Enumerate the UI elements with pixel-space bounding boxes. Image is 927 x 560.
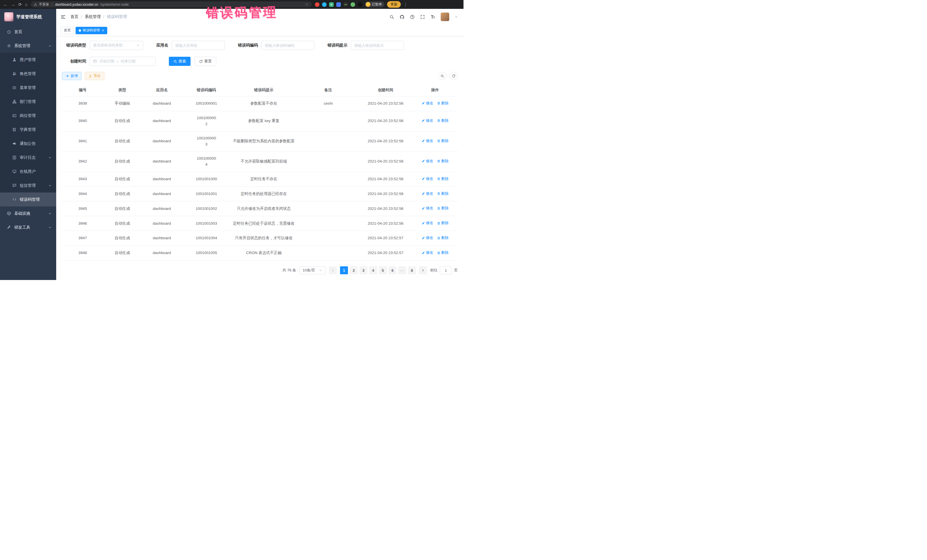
browser-home-button[interactable]: ⌂ [25, 2, 28, 6]
page-button-2[interactable]: 2 [350, 266, 358, 274]
edit-action[interactable]: 修改 [422, 205, 433, 211]
add-button[interactable]: 新增 [62, 72, 82, 80]
edit-action[interactable]: 修改 [422, 220, 433, 226]
edit-action[interactable]: 修改 [422, 250, 433, 255]
extension-grid-icon[interactable] [336, 2, 341, 7]
tab-close-icon[interactable]: × [102, 29, 104, 32]
page-button-5[interactable]: 5 [379, 266, 387, 274]
cell-remark [298, 216, 359, 231]
cell-type: 自动生成 [103, 246, 141, 261]
tab-0[interactable]: 首页 [61, 27, 74, 34]
delete-action[interactable]: 删除 [437, 158, 449, 164]
avatar-caret-icon[interactable] [454, 15, 458, 18]
tab-1[interactable]: 错误码管理× [76, 27, 107, 34]
delete-action[interactable]: 删除 [437, 235, 449, 241]
security-warning-icon: ⚠ [34, 3, 37, 6]
delete-action[interactable]: 删除 [437, 220, 449, 226]
reset-button[interactable]: 重置 [195, 57, 216, 66]
sidebar-item-sms[interactable]: 短信管理 [0, 179, 56, 193]
extension-drop-icon[interactable] [322, 2, 327, 7]
delete-action[interactable]: 删除 [437, 205, 449, 211]
delete-action[interactable]: 删除 [437, 176, 449, 182]
edit-action[interactable]: 修改 [422, 176, 433, 182]
sidebar-item-audit-log[interactable]: 审计日志 [0, 150, 56, 164]
sidebar-item-post[interactable]: 岗位管理 [0, 109, 56, 123]
breadcrumb-item[interactable]: 系统管理 [85, 14, 101, 20]
browser-update-button[interactable]: 更新 [387, 1, 401, 8]
toggle-search-button[interactable] [438, 72, 447, 80]
calendar-icon [93, 59, 97, 63]
extension-vue-devtools-icon[interactable]: V [329, 2, 334, 7]
edit-action[interactable]: 修改 [422, 191, 433, 196]
gear-icon [7, 44, 11, 48]
search-button[interactable]: 搜索 [169, 57, 190, 66]
prev-page-button[interactable] [329, 266, 337, 274]
cell-time: 2021-04-20 23:52:56 [359, 152, 412, 171]
extension-onetab-icon[interactable]: on [343, 2, 348, 7]
delete-action[interactable]: 删除 [437, 250, 449, 255]
pager-ellipsis[interactable]: ··· [398, 266, 406, 274]
sidebar-item-devtools[interactable]: 研发工具 [0, 220, 56, 234]
bookmark-star-icon[interactable]: ☆ [305, 2, 308, 6]
sidebar-item-error-code[interactable]: 错误码管理 [0, 193, 56, 206]
sidebar-item-online-user[interactable]: 在线用户 [0, 164, 56, 179]
browser-menu-icon[interactable]: ⋮ [403, 2, 407, 6]
fullscreen-icon[interactable] [420, 15, 425, 20]
sidebar-item-user[interactable]: 用户管理 [0, 53, 56, 67]
user-avatar[interactable] [441, 12, 449, 21]
page-button-3[interactable]: 3 [359, 266, 368, 274]
sidebar-item-home[interactable]: 首页 [0, 25, 56, 39]
sidebar-item-infra[interactable]: 基础设施 [0, 206, 56, 220]
error-hint-input[interactable] [351, 41, 404, 50]
sidebar-toggle-button[interactable] [61, 14, 66, 20]
page-button-6[interactable]: 6 [389, 266, 397, 274]
header-search-icon[interactable] [389, 15, 394, 20]
delete-action[interactable]: 删除 [437, 191, 449, 196]
cell-id: 3940 [62, 111, 103, 131]
page-button-4[interactable]: 4 [369, 266, 377, 274]
browser-profile-chip[interactable]: 已暂停 [365, 2, 385, 8]
breadcrumb-item[interactable]: 错误码管理 [107, 14, 127, 20]
github-icon[interactable] [400, 15, 404, 20]
create-time-range-picker[interactable]: 开始日期 - 结束日期 [90, 57, 156, 66]
browser-address-bar[interactable]: ⚠ 不安全 dashboard.yudao.iocoder.cn/system/… [31, 2, 312, 8]
edit-action[interactable]: 修改 [422, 100, 433, 106]
next-page-button[interactable] [419, 266, 427, 274]
browser-forward-button[interactable]: → [11, 2, 15, 6]
refresh-table-button[interactable] [450, 72, 458, 80]
sidebar-item-role[interactable]: 角色管理 [0, 67, 56, 81]
edit-action[interactable]: 修改 [422, 138, 433, 144]
delete-action[interactable]: 删除 [437, 138, 449, 144]
edit-action[interactable]: 修改 [422, 118, 433, 123]
cell-type: 自动生成 [103, 171, 141, 187]
page-button-8[interactable]: 8 [408, 266, 416, 274]
page-button-1[interactable]: 1 [340, 266, 348, 274]
sidebar-item-dict[interactable]: 字典管理 [0, 123, 56, 137]
extension-green-icon[interactable] [351, 2, 355, 7]
extension-red-icon[interactable] [315, 2, 319, 7]
app-name-input[interactable] [172, 41, 225, 50]
edit-action[interactable]: 修改 [422, 158, 433, 164]
edit-action[interactable]: 修改 [422, 235, 433, 241]
error-code-input[interactable] [261, 41, 314, 50]
help-icon[interactable] [410, 15, 415, 20]
sidebar-item-menu[interactable]: 菜单管理 [0, 81, 56, 95]
sidebar-item-notice[interactable]: 通知公告 [0, 137, 56, 150]
sidebar-item-dept[interactable]: 部门管理 [0, 95, 56, 109]
edit-action-label: 修改 [426, 205, 433, 211]
page-size-select[interactable]: 10条/页 [299, 266, 326, 274]
delete-action[interactable]: 删除 [437, 118, 449, 123]
browser-back-button[interactable]: ← [3, 2, 8, 6]
browser-refresh-button[interactable]: ⟳ [18, 2, 22, 6]
main-area: 首页/系统管理/错误码管理 首页错误码管理× 错误码类型 请选择错 [56, 9, 464, 280]
cell-actions: 修改删除 [412, 111, 458, 131]
breadcrumb-item[interactable]: 首页 [70, 14, 78, 20]
app-logo[interactable]: 芋道管理系统 [0, 9, 56, 25]
font-size-icon[interactable] [430, 15, 435, 20]
delete-action[interactable]: 删除 [437, 100, 449, 106]
sidebar-item-system[interactable]: 系统管理 [0, 39, 56, 53]
error-type-select[interactable]: 请选择错误码类型 [90, 41, 143, 50]
extension-github-icon[interactable] [358, 2, 362, 7]
page-jump-input[interactable] [440, 266, 452, 274]
export-button[interactable]: 导出 [85, 72, 104, 80]
